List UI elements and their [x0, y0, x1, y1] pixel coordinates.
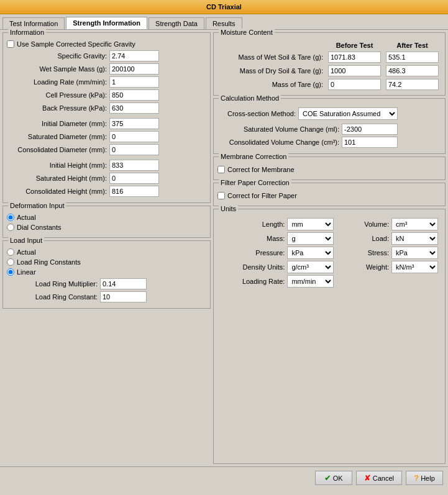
constant-label: Load Ring Constant:: [19, 293, 100, 301]
pressure-dropdown[interactable]: kPapsipsf: [287, 247, 334, 259]
correct-filter-paper-checkbox[interactable]: [217, 192, 225, 199]
load-actual-radio[interactable]: [7, 248, 14, 256]
mass-wet-after-input[interactable]: [386, 52, 439, 63]
ok-label: OK: [333, 475, 343, 482]
help-label: Help: [421, 475, 435, 482]
title-bar: CD Triaxial: [0, 0, 448, 14]
consolidated-height-input[interactable]: [109, 186, 159, 197]
deformation-dial-radio[interactable]: [7, 224, 14, 231]
tab-strength-data[interactable]: Strength Data: [149, 17, 204, 29]
load-linear-label: Linear: [17, 268, 36, 276]
tab-strength-information[interactable]: Strength Information: [66, 17, 147, 29]
saturated-diameter-label: Saturated Diameter (mm):: [7, 133, 109, 140]
cancel-label: Cancel: [373, 475, 394, 482]
cell-pressure-label: Cell Pressure (kPa):: [7, 91, 109, 99]
length-label: Length:: [217, 220, 285, 228]
load-input-title: Load Input: [8, 237, 44, 244]
load-input-group: Load Input Actual Load Ring Constants Li…: [2, 240, 211, 309]
tab-test-information[interactable]: Test Information: [2, 17, 65, 29]
cancel-icon: ✘: [364, 473, 371, 483]
loading-rate-dropdown[interactable]: mm/minin/min: [287, 275, 334, 288]
deformation-dial-label: Dial Constants: [17, 224, 62, 231]
help-button[interactable]: ? Help: [406, 471, 443, 485]
mass-dry-soil-label: Mass of Dry Soil & Tare (g):: [217, 64, 326, 78]
ok-button[interactable]: ✔ OK: [315, 471, 352, 485]
weight-dropdown[interactable]: kN/m³N/m³: [391, 261, 438, 273]
initial-height-label: Initial Height (mm):: [7, 161, 109, 169]
stress-dropdown[interactable]: kPapsipsf: [391, 247, 438, 259]
deformation-actual-label: Actual: [17, 214, 36, 221]
cell-pressure-input[interactable]: [109, 89, 159, 101]
load-ring-radio[interactable]: [7, 258, 14, 266]
tab-bar: Test Information Strength Information St…: [0, 14, 448, 30]
stress-label: Stress:: [339, 249, 389, 257]
correct-filter-paper-label: Correct for Filter Paper: [227, 192, 297, 199]
mass-wet-soil-label: Mass of Wet Soil & Tare (g):: [217, 50, 326, 64]
membrane-correction-group: Membrane Correction Correct for Membrane: [213, 157, 446, 180]
wet-sample-mass-label: Wet Sample Mass (g):: [7, 65, 109, 73]
consolidated-diameter-label: Consolidated Diameter (mm):: [7, 146, 109, 153]
saturated-diameter-input[interactable]: [109, 131, 159, 142]
back-pressure-input[interactable]: [109, 102, 159, 114]
after-test-header: After Test: [383, 40, 441, 50]
consolidated-diameter-input[interactable]: [109, 144, 159, 155]
mass-tare-label: Mass of Tare (g):: [217, 78, 326, 91]
calculation-method-group: Calculation Method Cross-section Method:…: [213, 98, 446, 154]
tab-results[interactable]: Results: [206, 17, 242, 29]
use-corrected-sg-checkbox[interactable]: [7, 40, 14, 48]
mass-dropdown[interactable]: gkglb: [287, 232, 334, 245]
load-linear-radio[interactable]: [7, 268, 14, 276]
pressure-label: Pressure:: [217, 249, 285, 257]
volume-dropdown[interactable]: cm³mlin³: [391, 218, 438, 230]
load-ring-label: Load Ring Constants: [17, 258, 81, 266]
volume-label: Volume:: [339, 220, 389, 228]
units-title: Units: [219, 205, 238, 212]
load-dropdown[interactable]: kNNlbf: [391, 232, 438, 245]
help-icon: ?: [414, 473, 419, 483]
filter-paper-title: Filter Paper Correction: [219, 179, 291, 186]
cancel-button[interactable]: ✘ Cancel: [356, 471, 402, 485]
mass-tare-after-input[interactable]: [386, 79, 439, 90]
wet-sample-mass-input[interactable]: [109, 63, 159, 75]
cross-section-label: Cross-section Method:: [217, 110, 298, 117]
correct-membrane-checkbox[interactable]: [217, 166, 225, 173]
length-dropdown[interactable]: mmcmin: [287, 218, 334, 230]
information-group: Information Use Sample Corrected Specifi…: [2, 32, 211, 203]
mass-dry-before-input[interactable]: [328, 65, 381, 76]
density-label: Density Units:: [217, 263, 285, 271]
information-title: Information: [8, 29, 46, 36]
mass-wet-before-input[interactable]: [328, 52, 381, 63]
initial-diameter-label: Initial Diameter (mm):: [7, 120, 109, 127]
deformation-actual-radio[interactable]: [7, 214, 14, 221]
consolidated-height-label: Consolidated Height (mm):: [7, 188, 109, 195]
constant-input[interactable]: [100, 291, 147, 302]
ok-icon: ✔: [324, 473, 331, 483]
mass-dry-after-input[interactable]: [386, 65, 439, 76]
correct-membrane-label: Correct for Membrane: [227, 166, 295, 173]
bottom-bar: ✔ OK ✘ Cancel ? Help: [0, 466, 448, 489]
membrane-correction-title: Membrane Correction: [219, 153, 288, 160]
consolidated-volume-input[interactable]: [342, 137, 398, 148]
moisture-content-title: Moisture Content: [219, 29, 275, 36]
saturated-volume-input[interactable]: [342, 124, 398, 135]
load-actual-label: Actual: [17, 248, 36, 256]
initial-height-input[interactable]: [109, 160, 159, 171]
deformation-input-group: Deformation Input Actual Dial Constants: [2, 206, 211, 238]
loading-rate-input[interactable]: [109, 76, 159, 88]
back-pressure-label: Back Pressure (kPa):: [7, 104, 109, 112]
calculation-method-title: Calculation Method: [219, 94, 281, 102]
weight-label: Weight:: [339, 263, 389, 271]
specific-gravity-label: Specific Gravity:: [7, 52, 109, 60]
specific-gravity-input[interactable]: [109, 50, 159, 61]
initial-diameter-input[interactable]: [109, 118, 159, 129]
mass-label: Mass:: [217, 235, 285, 242]
cross-section-dropdown[interactable]: COE Saturation Assumed Area Correction N…: [298, 107, 398, 120]
consolidated-volume-label: Consolidated Volume Change (cm³):: [217, 139, 342, 146]
mass-tare-before-input[interactable]: [328, 79, 381, 90]
saturated-height-input[interactable]: [109, 173, 159, 184]
units-group: Units Length: mmcmin Volume: cm³mlin³ Ma…: [213, 209, 446, 464]
multiplier-input[interactable]: [100, 278, 147, 289]
density-dropdown[interactable]: g/cm³kg/m³: [287, 261, 334, 273]
moisture-content-group: Moisture Content Before Test After Test …: [213, 32, 446, 96]
multiplier-label: Load Ring Multiplier:: [19, 280, 100, 288]
